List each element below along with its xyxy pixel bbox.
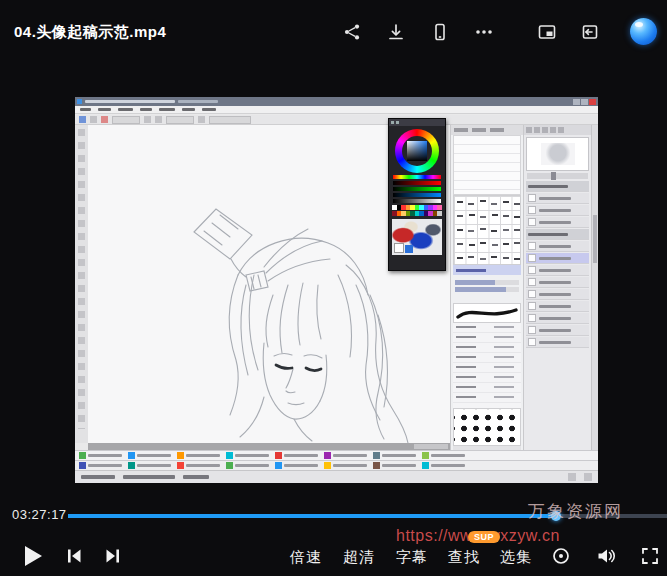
- tool-dropdown: [209, 116, 251, 124]
- layer-label: [539, 281, 571, 284]
- play-button[interactable]: [22, 544, 44, 568]
- paint-app-title-text2: [178, 100, 218, 103]
- progress-fill: [68, 514, 556, 518]
- chip-label: [88, 454, 122, 457]
- brush-panel: [450, 125, 523, 450]
- menu-item: [80, 108, 91, 111]
- status-text: [183, 475, 209, 479]
- quality-button[interactable]: 超清: [343, 548, 375, 567]
- chip-icon: [128, 452, 135, 459]
- layer-thumbnail: [528, 338, 536, 346]
- layer-tool-button: [526, 127, 532, 133]
- blue-orb-avatar[interactable]: [630, 18, 657, 45]
- scroll-thumb: [414, 444, 448, 449]
- video-title: 04.头像起稿示范.mp4: [14, 23, 166, 42]
- panel-dot: [391, 121, 394, 124]
- download-icon[interactable]: [386, 22, 406, 42]
- layer-group-header: [526, 181, 589, 192]
- volume-button[interactable]: [596, 546, 617, 566]
- search-button[interactable]: 查找: [448, 548, 480, 567]
- episodes-button[interactable]: 选集: [500, 548, 532, 567]
- video-frame[interactable]: [75, 97, 598, 483]
- layer-chip: [373, 452, 416, 459]
- layer-row: [526, 325, 589, 336]
- status-button: [584, 473, 592, 481]
- swatch-row: [392, 205, 442, 210]
- layer-thumbnail: [528, 302, 536, 310]
- layer-chip: [422, 452, 465, 459]
- chip-label: [284, 454, 318, 457]
- brush-icon-grid: [453, 195, 521, 265]
- layer-chip: [324, 462, 367, 469]
- color-mixing-pad: [392, 219, 442, 255]
- paint-app-titlebar: [75, 97, 598, 106]
- layer-thumbnail: [528, 266, 536, 274]
- menu-item: [140, 108, 152, 111]
- layer-tool-button: [550, 127, 556, 133]
- circle-settings-icon[interactable]: [551, 546, 571, 566]
- status-text: [81, 475, 115, 479]
- skip-next-button[interactable]: [103, 546, 123, 566]
- brush-size-slider: [455, 280, 519, 285]
- brush-sliders: [453, 275, 521, 303]
- screen-cast-icon[interactable]: [580, 22, 600, 42]
- layers-toolbar: [524, 125, 591, 135]
- chip-icon: [79, 452, 86, 459]
- layer-thumbnail: [528, 278, 536, 286]
- red-bar: [393, 181, 441, 185]
- more-icon[interactable]: [474, 22, 494, 42]
- watermark-site-name: 万象资源网: [528, 500, 623, 523]
- tool-button: [144, 116, 151, 123]
- slider-fill: [455, 287, 506, 292]
- chip-icon: [226, 462, 233, 469]
- chip-label: [137, 454, 171, 457]
- chip-icon: [324, 462, 331, 469]
- layer-thumbnail: [528, 194, 536, 202]
- chip-icon: [373, 452, 380, 459]
- phone-icon[interactable]: [430, 22, 450, 42]
- chip-icon: [128, 462, 135, 469]
- layer-chip: [128, 452, 171, 459]
- share-icon[interactable]: [342, 22, 362, 42]
- layer-row: [526, 205, 589, 216]
- settings-bars: [456, 326, 476, 328]
- layer-tool-button: [542, 127, 548, 133]
- saturation-square: [407, 141, 427, 161]
- minimize-icon: [573, 99, 580, 105]
- paint-app-menubar: [75, 106, 598, 114]
- fullscreen-button[interactable]: [640, 546, 660, 566]
- chip-icon: [226, 452, 233, 459]
- status-text: [123, 475, 175, 479]
- brush-panel-tabs: [451, 125, 523, 135]
- chip-label: [186, 464, 220, 467]
- layer-row: [526, 313, 589, 324]
- layer-row: [526, 241, 589, 252]
- layer-thumbnail: [528, 218, 536, 226]
- skip-previous-button[interactable]: [64, 546, 84, 566]
- chip-label: [235, 464, 269, 467]
- chip-label: [431, 464, 465, 467]
- scroll-thumb: [593, 215, 597, 263]
- window-buttons: [573, 99, 596, 105]
- layer-row: [526, 301, 589, 312]
- brush-tip-grid: [453, 408, 521, 446]
- brush-opacity-slider: [455, 287, 519, 292]
- subtitle-button[interactable]: 字幕: [396, 548, 428, 567]
- layer-tool-button: [558, 127, 564, 133]
- layer-label: [539, 293, 571, 296]
- speed-button[interactable]: 倍速: [290, 548, 322, 567]
- layer-label: [539, 269, 571, 272]
- layer-label: [528, 233, 568, 236]
- chip-label: [333, 464, 367, 467]
- layer-chip: [177, 462, 220, 469]
- chip-icon: [177, 462, 184, 469]
- layers-panel: [523, 125, 591, 450]
- layer-row: [526, 337, 589, 348]
- tool-button: [155, 116, 162, 123]
- layer-chip: [422, 462, 465, 469]
- pip-icon[interactable]: [537, 22, 557, 42]
- layer-label: [539, 317, 571, 320]
- tool-dropdown: [166, 116, 194, 124]
- paint-app-title-text: [85, 100, 175, 103]
- slider-handle: [551, 172, 556, 180]
